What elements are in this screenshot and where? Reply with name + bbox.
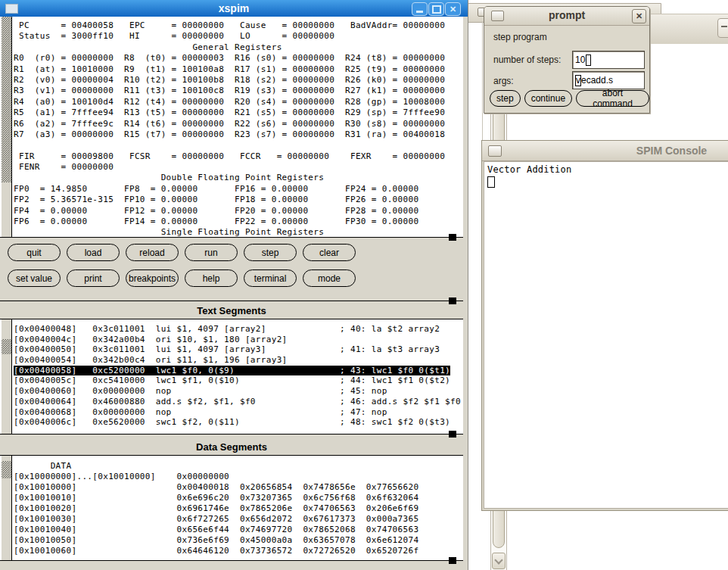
quit-button[interactable]: quit: [8, 244, 61, 261]
clear-button[interactable]: clear: [303, 244, 356, 261]
instruction-line: [0x00400050] 0x3c011001 lui $1, 4097 [ar…: [14, 344, 461, 355]
instruction-line: [0x00400068] 0x00000000 nop ; 47: nop: [14, 407, 461, 418]
prompt-dialog: prompt ✕ step program number of steps: 1…: [484, 6, 650, 114]
text-segments-header: Text Segments: [0, 305, 463, 316]
spim-console-title: SPIM Console: [482, 145, 728, 157]
mode-button[interactable]: mode: [303, 269, 356, 287]
data-line: [0x10010050] 0x736e6f69 0x45000a0a 0x636…: [14, 535, 418, 546]
background-window-titlebar-right: [647, 14, 728, 44]
pane-divider: [11, 17, 12, 237]
register-line: R1 (at) = 10010000 R9 (t1) = 100100a8 R1…: [14, 64, 445, 75]
sash-handle[interactable]: [449, 557, 456, 564]
spim-console-output: Vector Addition: [484, 161, 728, 509]
prompt-title: prompt: [484, 9, 649, 21]
scrollbar-thumb[interactable]: [2, 461, 11, 478]
register-line: R4 (a0) = 100100d4 R12 (t4) = 00000000 R…: [14, 97, 445, 107]
instruction-line: [0x00400064] 0x46000880 add.s $f2, $f1, …: [14, 397, 461, 407]
pane-divider: [11, 456, 12, 560]
data-line: [0x10010000] 0x00400018 0x20656854 0x747…: [14, 482, 418, 493]
separator: [0, 237, 463, 238]
sash-handle[interactable]: [449, 234, 456, 241]
prompt-titlebar[interactable]: prompt ✕: [484, 7, 649, 26]
background-window-minimize-button[interactable]: [717, 18, 728, 38]
data-segments-pane: DATA[0x10000000]...[0x10010000] 0x000000…: [0, 456, 463, 560]
load-button[interactable]: load: [67, 244, 120, 261]
instruction-line: [0x00400054] 0x342b00c4 ori $11, $1, 196…: [14, 355, 461, 366]
console-line: Vector Addition: [487, 164, 728, 176]
spim-console-titlebar[interactable]: SPIM Console: [482, 141, 728, 161]
args-input[interactable]: vecadd.s: [572, 71, 645, 89]
separator: [0, 434, 463, 435]
breakpoints-button[interactable]: breakpoints: [126, 269, 179, 287]
data-line: [0x10000000]...[0x10010000] 0x00000000: [14, 472, 418, 482]
help-button[interactable]: help: [185, 269, 238, 287]
desktop: { "colors": { "active_titlebar_blue": "#…: [0, 0, 728, 570]
register-line: R0 (r0) = 00000000 R8 (t0) = 00000003 R1…: [14, 53, 445, 64]
instruction-line: [0x0040006c] 0xe5620000 swc1 $f2, 0($11)…: [14, 417, 461, 428]
prompt-continue-button[interactable]: continue: [524, 90, 572, 107]
data-line: [0x10010030] 0x6f727265 0x656d2072 0x676…: [14, 514, 418, 525]
terminal-button[interactable]: terminal: [244, 269, 297, 287]
xspim-window: xspim ✕ PC = 00400058 EPC = 00000000 Cau…: [0, 0, 468, 570]
register-line: R7 (a3) = 00000000 R15 (t7) = 00000000 R…: [14, 129, 445, 140]
register-line: R2 (v0) = 00000004 R10 (t2) = 100100b8 R…: [14, 75, 445, 86]
chevron-down-icon: [494, 556, 502, 564]
prompt-abort-button[interactable]: abort command: [576, 90, 649, 107]
close-icon[interactable]: ✕: [445, 2, 461, 16]
register-line: R5 (a1) = 7fffee94 R13 (t5) = 00000000 R…: [14, 107, 445, 118]
data-line: DATA: [14, 461, 418, 472]
register-line: FP4 = 0.00000 FP12 = 0.00000 FP20 = 0.00…: [14, 206, 445, 216]
close-icon[interactable]: ✕: [632, 9, 646, 23]
prompt-message: step program: [493, 32, 547, 42]
register-line: R6 (a2) = 7fffee9c R14 (t6) = 00000000 R…: [14, 119, 445, 129]
instruction-line: [0x0040004c] 0x342a00b4 ori $10, $1, 180…: [14, 335, 461, 345]
reload-button[interactable]: reload: [126, 244, 179, 261]
sash-handle[interactable]: [449, 297, 456, 304]
register-scrollbar[interactable]: [2, 17, 11, 237]
register-line: FP2 = 5.36571e-315 FP10 = 0.00000 FP18 =…: [14, 195, 445, 205]
maximize-icon[interactable]: [428, 2, 444, 16]
args-label: args:: [493, 76, 514, 86]
data-line: [0x10010010] 0x6e696c20 0x73207365 0x6c7…: [14, 493, 418, 503]
scrollbar-thumb[interactable]: [2, 17, 11, 182]
register-line: Double Floating Point Registers: [14, 173, 445, 183]
register-line: General Registers: [14, 42, 445, 53]
data-segments-header: Data Segments: [0, 441, 463, 453]
sash-handle[interactable]: [449, 431, 456, 438]
background-window-border: [482, 21, 483, 140]
instruction-line: [0x0040005c] 0xc5410000 lwc1 $f1, 0($10)…: [14, 375, 461, 386]
args-value: ecadd.s: [581, 75, 613, 86]
instruction-line: [0x00400048] 0x3c011001 lui $1, 4097 [ar…: [14, 324, 461, 335]
step-button[interactable]: step: [244, 244, 297, 261]
steps-value: 10: [575, 55, 585, 65]
register-line: R3 (v1) = 00000000 R11 (t3) = 100100c8 R…: [14, 86, 445, 96]
run-button[interactable]: run: [185, 244, 238, 261]
minimize-icon[interactable]: [412, 2, 428, 16]
xspim-titlebar[interactable]: xspim ✕: [0, 0, 468, 17]
data-line: [0x10010020] 0x6961746e 0x7865206e 0x747…: [14, 503, 418, 514]
text-segments-scrollbar[interactable]: [2, 319, 11, 434]
prompt-step-button[interactable]: step: [490, 90, 521, 107]
scrollbar-down-button[interactable]: [492, 553, 506, 569]
scrollbar-thumb[interactable]: [2, 339, 11, 354]
separator: [0, 301, 463, 301]
minimize-icon: [721, 26, 727, 27]
instruction-line: [0x00400058] 0xc5200000 lwc1 $f0, 0($9) …: [14, 366, 450, 376]
register-line: FIR = 00009800 FCSR = 00000000 FCCR = 00…: [14, 151, 445, 162]
instruction-line: [0x00400060] 0x00000000 nop ; 45: nop: [14, 386, 461, 397]
register-line: [14, 140, 445, 151]
pane-divider: [11, 319, 12, 434]
console-cursor: [487, 176, 495, 188]
spim-console-window: SPIM Console Vector Addition: [481, 140, 728, 511]
data-line: [0x10010060] 0x64646120 0x73736572 0x727…: [14, 546, 418, 556]
data-segments-scrollbar[interactable]: [2, 456, 11, 560]
register-line: FP0 = 14.9850 FP8 = 0.00000 FP16 = 0.000…: [14, 184, 445, 195]
xspim-title: xspim: [0, 2, 468, 14]
print-button[interactable]: print: [67, 269, 120, 287]
steps-input[interactable]: 10: [572, 51, 645, 69]
register-line: FENR = 00000000: [14, 162, 445, 173]
set-value-button[interactable]: set value: [8, 269, 61, 287]
separator: [0, 560, 463, 561]
steps-label: number of steps:: [493, 55, 561, 65]
text-segments-pane: [0x00400048] 0x3c011001 lui $1, 4097 [ar…: [0, 319, 463, 434]
